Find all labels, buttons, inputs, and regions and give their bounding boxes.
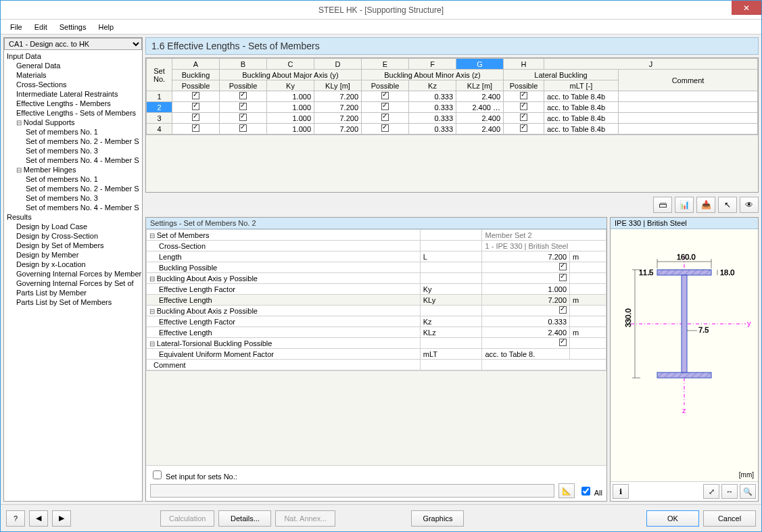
tree-ilr[interactable]: Intermediate Lateral Restraints: [5, 89, 141, 99]
nav-next-button[interactable]: ▶: [52, 510, 71, 527]
cell-mlt[interactable]: acc. to Table 8.4b: [544, 124, 619, 135]
set-input-field[interactable]: [150, 484, 554, 498]
cell-mlt[interactable]: acc. to Table 8.4b: [544, 102, 619, 113]
cell-kz[interactable]: 0.333: [409, 113, 456, 124]
prop-len-val[interactable]: 7.200: [482, 251, 570, 262]
nat-annex-button[interactable]: Nat. Annex...: [275, 510, 335, 527]
cell-ky[interactable]: 1.000: [267, 113, 314, 124]
tree-mh3[interactable]: Set of members No. 3: [5, 193, 141, 203]
graphics-button[interactable]: Graphics: [411, 510, 464, 527]
cell-minor-possible[interactable]: [362, 102, 409, 113]
cell-klz[interactable]: 2.400: [456, 124, 504, 135]
tree-r7[interactable]: Governing Internal Forces by Set of: [5, 279, 141, 288]
tree-r3[interactable]: Design by Set of Members: [5, 241, 141, 250]
cell-klz[interactable]: 2.400: [456, 113, 504, 124]
case-select[interactable]: CA1 - Design acc. to HK: [4, 38, 142, 50]
col-C[interactable]: C: [267, 59, 314, 70]
cell-minor-possible[interactable]: [362, 113, 409, 124]
cell-major-possible[interactable]: [220, 124, 267, 135]
info-icon[interactable]: ℹ: [613, 484, 629, 499]
navigator-tree[interactable]: Input Data General Data Materials Cross-…: [4, 50, 142, 500]
toolbar-excel-export-icon[interactable]: 📊: [675, 197, 694, 213]
col-A[interactable]: A: [172, 59, 220, 70]
tree-mh4[interactable]: Set of members No. 4 - Member S: [5, 203, 141, 212]
axes-icon[interactable]: ⤢: [703, 484, 719, 499]
tree-r2[interactable]: Design by Cross-Section: [5, 231, 141, 241]
details-button[interactable]: Details...: [218, 510, 271, 527]
close-button[interactable]: ✕: [732, 1, 761, 15]
zoom-icon[interactable]: 🔍: [740, 484, 756, 499]
prop-kz-val[interactable]: 0.333: [482, 316, 570, 327]
col-D[interactable]: D: [314, 59, 362, 70]
cell-ky[interactable]: 1.000: [267, 124, 314, 135]
tree-nodal-supports[interactable]: Nodal Supports: [5, 118, 141, 127]
tree-results[interactable]: Results: [5, 212, 141, 222]
col-J[interactable]: J: [544, 59, 758, 70]
row-header[interactable]: 3: [147, 113, 172, 124]
prop-baz-chk[interactable]: [482, 306, 570, 316]
tree-ns1[interactable]: Set of members No. 1: [5, 127, 141, 137]
prop-bp-chk[interactable]: [482, 262, 570, 273]
tree-ns2[interactable]: Set of members No. 2 - Member S: [5, 137, 141, 146]
cell-lateral-possible[interactable]: [504, 91, 544, 102]
tree-r9[interactable]: Parts List by Set of Members: [5, 297, 141, 307]
cell-ky[interactable]: 1.000: [267, 91, 314, 102]
cell-mlt[interactable]: acc. to Table 8.4b: [544, 91, 619, 102]
tree-ns3[interactable]: Set of members No. 3: [5, 146, 141, 155]
cell-major-possible[interactable]: [220, 102, 267, 113]
toolbar-excel-import-icon[interactable]: 📥: [696, 197, 715, 213]
cell-minor-possible[interactable]: [362, 124, 409, 135]
cell-lateral-possible[interactable]: [504, 113, 544, 124]
prop-comment-val[interactable]: [482, 360, 606, 370]
menu-settings[interactable]: Settings: [54, 22, 92, 32]
cell-buckling-possible[interactable]: [172, 124, 220, 135]
row-header[interactable]: 2: [147, 102, 172, 113]
dimension-icon[interactable]: ↔: [721, 484, 738, 499]
cell-major-possible[interactable]: [220, 91, 267, 102]
toolbar-view-icon[interactable]: 👁: [740, 197, 759, 213]
tree-r4[interactable]: Design by Member: [5, 250, 141, 260]
tree-materials[interactable]: Materials: [5, 70, 141, 80]
cell-kz[interactable]: 0.333: [409, 102, 456, 113]
row-header[interactable]: 1: [147, 91, 172, 102]
toolbar-pick-icon[interactable]: ↖: [718, 197, 737, 213]
prop-baz[interactable]: Buckling About Axis z Possible: [147, 306, 421, 316]
calculation-button[interactable]: Calculation: [160, 510, 214, 527]
tree-mh2[interactable]: Set of members No. 2 - Member S: [5, 184, 141, 193]
cell-major-possible[interactable]: [220, 113, 267, 124]
prop-bay[interactable]: Buckling About Axis y Possible: [147, 273, 421, 284]
help-button[interactable]: ?: [6, 510, 25, 527]
tree-efsom[interactable]: Effective Lengths - Sets of Members: [5, 108, 141, 118]
cell-comment[interactable]: [619, 102, 758, 113]
menu-help[interactable]: Help: [93, 22, 119, 32]
col-set-no[interactable]: SetNo.: [147, 59, 172, 91]
col-F[interactable]: F: [409, 59, 456, 70]
tree-mh1[interactable]: Set of members No. 1: [5, 174, 141, 184]
tree-ns4[interactable]: Set of members No. 4 - Member S: [5, 155, 141, 165]
tree-cross-sections[interactable]: Cross-Sections: [5, 80, 141, 89]
ok-button[interactable]: OK: [646, 510, 699, 527]
cell-kly[interactable]: 7.200: [314, 102, 362, 113]
nav-prev-button[interactable]: ◀: [29, 510, 48, 527]
tree-r8[interactable]: Parts List by Member: [5, 288, 141, 297]
cell-klz[interactable]: 2.400 …: [456, 102, 504, 113]
cell-lateral-possible[interactable]: [504, 124, 544, 135]
prop-ltb[interactable]: Lateral-Torsional Buckling Possible: [147, 338, 421, 349]
tree-general-data[interactable]: General Data: [5, 61, 141, 70]
tree-member-hinges[interactable]: Member Hinges: [5, 165, 141, 174]
col-E[interactable]: E: [362, 59, 409, 70]
col-B[interactable]: B: [220, 59, 267, 70]
row-header[interactable]: 4: [147, 124, 172, 135]
cell-lateral-possible[interactable]: [504, 102, 544, 113]
cell-buckling-possible[interactable]: [172, 91, 220, 102]
all-checkbox[interactable]: [581, 487, 590, 495]
col-H[interactable]: H: [504, 59, 544, 70]
cell-klz[interactable]: 2.400: [456, 91, 504, 102]
cell-kly[interactable]: 7.200: [314, 124, 362, 135]
prop-kly-val[interactable]: 7.200: [482, 295, 570, 306]
col-G[interactable]: G: [456, 59, 504, 70]
cell-mlt[interactable]: acc. to Table 8.4b: [544, 113, 619, 124]
prop-som[interactable]: Set of Members: [147, 230, 421, 241]
cell-comment[interactable]: [619, 113, 758, 124]
cell-kz[interactable]: 0.333: [409, 124, 456, 135]
